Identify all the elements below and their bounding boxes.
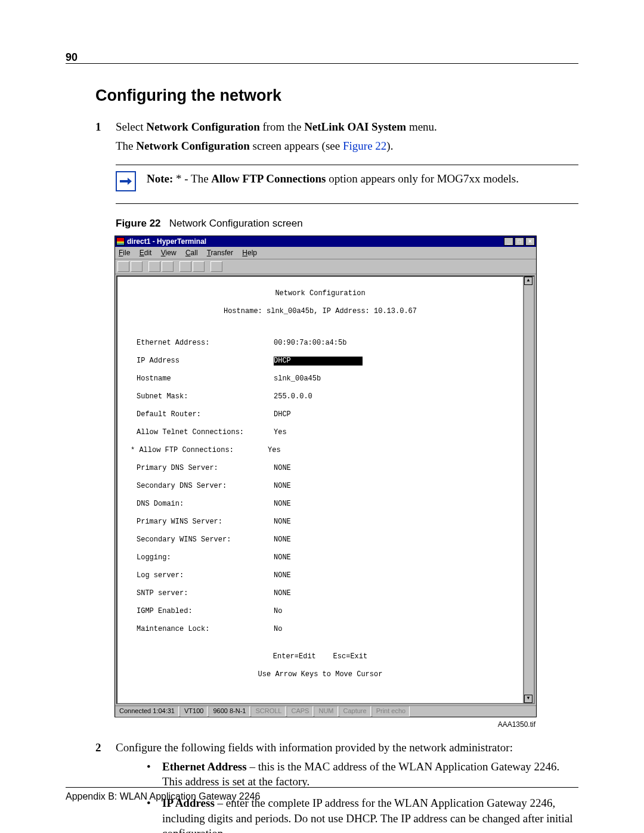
- term-footer-2: Use Arrow Keys to Move Cursor: [122, 670, 518, 679]
- hyperterminal-window: direct1 - HyperTerminal _ □ × File Edit …: [114, 236, 537, 717]
- menu-edit[interactable]: Edit: [140, 249, 152, 257]
- statusbar: Connected 1:04:31 VT100 9600 8-N-1 SCROL…: [115, 705, 536, 717]
- status-port: 9600 8-N-1: [209, 706, 250, 717]
- image-id: AAA1350.tif: [114, 720, 535, 729]
- selected-field[interactable]: DHCP: [274, 357, 363, 366]
- close-button[interactable]: ×: [525, 237, 535, 246]
- scrollbar[interactable]: ▲ ▼: [524, 275, 535, 704]
- toolbar-hangup-icon[interactable]: [162, 261, 174, 272]
- footer-text: Appendix B: WLAN Application Gateway 224…: [66, 790, 260, 803]
- note-text: Note: * - The Allow FTP Connections opti…: [147, 171, 519, 187]
- page-number: 90: [66, 50, 78, 64]
- window-title: direct1 - HyperTerminal: [127, 237, 504, 246]
- status-capture: Capture: [339, 706, 371, 717]
- menu-call[interactable]: Call: [185, 249, 198, 257]
- toolbar-new-icon[interactable]: [117, 261, 129, 272]
- titlebar: direct1 - HyperTerminal _ □ ×: [115, 236, 536, 247]
- toolbar-send-icon[interactable]: [179, 261, 191, 272]
- bullet-ethernet-address: Ethernet Address – this is the MAC addre…: [145, 759, 578, 789]
- scroll-down-icon[interactable]: ▼: [524, 695, 532, 703]
- step2-intro: Configure the following fields with info…: [116, 741, 513, 754]
- toolbar-properties-icon[interactable]: [210, 261, 222, 272]
- figure-caption: Figure 22 Network Configuration screen: [116, 217, 578, 231]
- term-title: Network Configuration: [122, 289, 518, 298]
- toolbar: [115, 259, 536, 274]
- top-rule: [66, 63, 578, 64]
- minimize-button[interactable]: _: [504, 237, 513, 246]
- scroll-up-icon[interactable]: ▲: [524, 277, 532, 285]
- status-num: NUM: [314, 706, 338, 717]
- menu-file[interactable]: File: [119, 249, 130, 257]
- status-connected: Connected 1:04:31: [115, 706, 179, 717]
- status-echo: Print echo: [372, 706, 410, 717]
- note-arrow-icon: [116, 171, 136, 191]
- terminal-area[interactable]: Network Configuration Hostname: slnk_00a…: [116, 275, 524, 704]
- footer-rule: [66, 787, 578, 788]
- note-block: Note: * - The Allow FTP Connections opti…: [116, 165, 578, 204]
- app-icon: [116, 237, 125, 246]
- status-emulation: VT100: [180, 706, 208, 717]
- step1-text: Select Network Configuration from the Ne…: [116, 120, 437, 133]
- menubar[interactable]: File Edit View Call Transfer Help: [115, 247, 536, 259]
- step-1: Select Network Configuration from the Ne…: [95, 119, 578, 729]
- toolbar-open-icon[interactable]: [131, 261, 143, 272]
- menu-transfer[interactable]: Transfer: [207, 249, 233, 257]
- term-subtitle: Hostname: slnk_00a45b, IP Address: 10.13…: [122, 307, 518, 316]
- figure-22-link[interactable]: Figure 22: [343, 140, 386, 152]
- menu-view[interactable]: View: [161, 249, 177, 257]
- term-footer-1: Enter=Edit Esc=Exit: [122, 652, 518, 661]
- toolbar-receive-icon[interactable]: [193, 261, 205, 272]
- section-heading: Configuring the network: [95, 85, 578, 106]
- toolbar-call-icon[interactable]: [148, 261, 160, 272]
- status-scroll: SCROLL: [251, 706, 286, 717]
- menu-help[interactable]: Help: [242, 249, 257, 257]
- maximize-button[interactable]: □: [515, 237, 524, 246]
- status-caps: CAPS: [287, 706, 313, 717]
